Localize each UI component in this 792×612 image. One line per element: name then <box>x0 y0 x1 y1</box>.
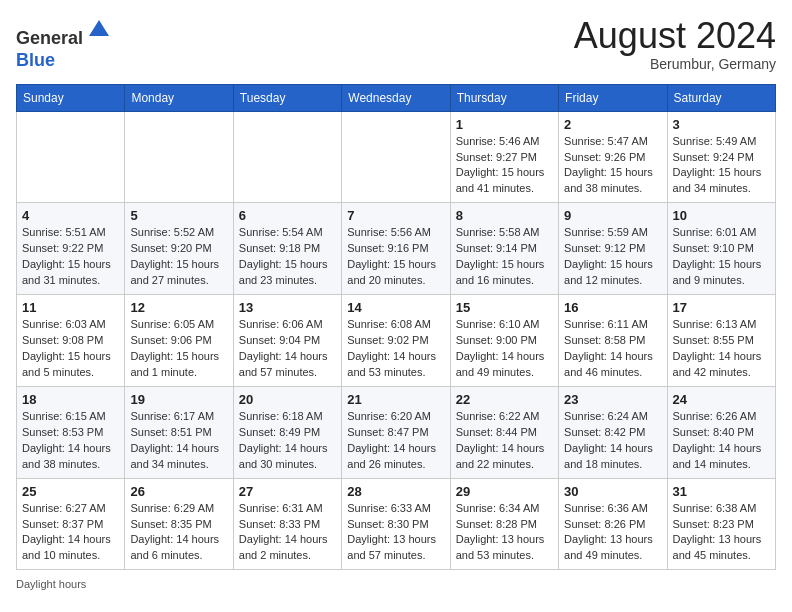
calendar-cell: 17Sunrise: 6:13 AM Sunset: 8:55 PM Dayli… <box>667 295 775 387</box>
col-header-thursday: Thursday <box>450 84 558 111</box>
day-info: Sunrise: 6:11 AM Sunset: 8:58 PM Dayligh… <box>564 317 661 381</box>
day-number: 30 <box>564 484 661 499</box>
day-number: 4 <box>22 208 119 223</box>
day-number: 24 <box>673 392 770 407</box>
day-number: 26 <box>130 484 227 499</box>
day-info: Sunrise: 6:31 AM Sunset: 8:33 PM Dayligh… <box>239 501 336 565</box>
day-info: Sunrise: 6:03 AM Sunset: 9:08 PM Dayligh… <box>22 317 119 381</box>
calendar-cell: 14Sunrise: 6:08 AM Sunset: 9:02 PM Dayli… <box>342 295 450 387</box>
daylight-label: Daylight hours <box>16 578 86 590</box>
day-number: 25 <box>22 484 119 499</box>
day-info: Sunrise: 6:13 AM Sunset: 8:55 PM Dayligh… <box>673 317 770 381</box>
calendar-cell: 16Sunrise: 6:11 AM Sunset: 8:58 PM Dayli… <box>559 295 667 387</box>
calendar-cell <box>17 111 125 203</box>
calendar-cell <box>125 111 233 203</box>
day-info: Sunrise: 6:24 AM Sunset: 8:42 PM Dayligh… <box>564 409 661 473</box>
month-year-title: August 2024 <box>574 16 776 56</box>
day-info: Sunrise: 6:29 AM Sunset: 8:35 PM Dayligh… <box>130 501 227 565</box>
day-number: 29 <box>456 484 553 499</box>
day-number: 18 <box>22 392 119 407</box>
day-number: 6 <box>239 208 336 223</box>
calendar-cell: 6Sunrise: 5:54 AM Sunset: 9:18 PM Daylig… <box>233 203 341 295</box>
calendar-cell: 2Sunrise: 5:47 AM Sunset: 9:26 PM Daylig… <box>559 111 667 203</box>
col-header-tuesday: Tuesday <box>233 84 341 111</box>
calendar-cell: 9Sunrise: 5:59 AM Sunset: 9:12 PM Daylig… <box>559 203 667 295</box>
day-info: Sunrise: 6:20 AM Sunset: 8:47 PM Dayligh… <box>347 409 444 473</box>
day-number: 28 <box>347 484 444 499</box>
day-info: Sunrise: 5:56 AM Sunset: 9:16 PM Dayligh… <box>347 225 444 289</box>
col-header-saturday: Saturday <box>667 84 775 111</box>
calendar-cell: 24Sunrise: 6:26 AM Sunset: 8:40 PM Dayli… <box>667 386 775 478</box>
calendar-cell: 5Sunrise: 5:52 AM Sunset: 9:20 PM Daylig… <box>125 203 233 295</box>
day-number: 1 <box>456 117 553 132</box>
calendar-cell: 25Sunrise: 6:27 AM Sunset: 8:37 PM Dayli… <box>17 478 125 570</box>
calendar-cell: 12Sunrise: 6:05 AM Sunset: 9:06 PM Dayli… <box>125 295 233 387</box>
col-header-wednesday: Wednesday <box>342 84 450 111</box>
calendar-cell: 15Sunrise: 6:10 AM Sunset: 9:00 PM Dayli… <box>450 295 558 387</box>
calendar-cell: 30Sunrise: 6:36 AM Sunset: 8:26 PM Dayli… <box>559 478 667 570</box>
day-info: Sunrise: 5:49 AM Sunset: 9:24 PM Dayligh… <box>673 134 770 198</box>
calendar-cell: 4Sunrise: 5:51 AM Sunset: 9:22 PM Daylig… <box>17 203 125 295</box>
calendar-cell: 31Sunrise: 6:38 AM Sunset: 8:23 PM Dayli… <box>667 478 775 570</box>
day-number: 3 <box>673 117 770 132</box>
day-info: Sunrise: 6:15 AM Sunset: 8:53 PM Dayligh… <box>22 409 119 473</box>
page-header: General Blue August 2024 Berumbur, Germa… <box>16 16 776 72</box>
calendar-cell: 10Sunrise: 6:01 AM Sunset: 9:10 PM Dayli… <box>667 203 775 295</box>
logo-general: General <box>16 28 83 48</box>
day-number: 10 <box>673 208 770 223</box>
calendar-cell: 23Sunrise: 6:24 AM Sunset: 8:42 PM Dayli… <box>559 386 667 478</box>
calendar-cell: 20Sunrise: 6:18 AM Sunset: 8:49 PM Dayli… <box>233 386 341 478</box>
calendar-cell: 26Sunrise: 6:29 AM Sunset: 8:35 PM Dayli… <box>125 478 233 570</box>
col-header-friday: Friday <box>559 84 667 111</box>
location-subtitle: Berumbur, Germany <box>574 56 776 72</box>
day-number: 8 <box>456 208 553 223</box>
day-info: Sunrise: 6:26 AM Sunset: 8:40 PM Dayligh… <box>673 409 770 473</box>
day-number: 22 <box>456 392 553 407</box>
logo: General Blue <box>16 16 113 71</box>
calendar-week-5: 25Sunrise: 6:27 AM Sunset: 8:37 PM Dayli… <box>17 478 776 570</box>
day-info: Sunrise: 6:33 AM Sunset: 8:30 PM Dayligh… <box>347 501 444 565</box>
calendar-cell: 13Sunrise: 6:06 AM Sunset: 9:04 PM Dayli… <box>233 295 341 387</box>
day-number: 11 <box>22 300 119 315</box>
day-info: Sunrise: 6:18 AM Sunset: 8:49 PM Dayligh… <box>239 409 336 473</box>
day-info: Sunrise: 5:54 AM Sunset: 9:18 PM Dayligh… <box>239 225 336 289</box>
day-info: Sunrise: 6:05 AM Sunset: 9:06 PM Dayligh… <box>130 317 227 381</box>
calendar-header-row: SundayMondayTuesdayWednesdayThursdayFrid… <box>17 84 776 111</box>
day-number: 2 <box>564 117 661 132</box>
day-number: 16 <box>564 300 661 315</box>
day-info: Sunrise: 6:08 AM Sunset: 9:02 PM Dayligh… <box>347 317 444 381</box>
calendar-cell: 19Sunrise: 6:17 AM Sunset: 8:51 PM Dayli… <box>125 386 233 478</box>
day-info: Sunrise: 5:58 AM Sunset: 9:14 PM Dayligh… <box>456 225 553 289</box>
calendar-week-2: 4Sunrise: 5:51 AM Sunset: 9:22 PM Daylig… <box>17 203 776 295</box>
col-header-monday: Monday <box>125 84 233 111</box>
day-number: 21 <box>347 392 444 407</box>
calendar-week-4: 18Sunrise: 6:15 AM Sunset: 8:53 PM Dayli… <box>17 386 776 478</box>
day-info: Sunrise: 5:47 AM Sunset: 9:26 PM Dayligh… <box>564 134 661 198</box>
day-number: 15 <box>456 300 553 315</box>
calendar-cell: 28Sunrise: 6:33 AM Sunset: 8:30 PM Dayli… <box>342 478 450 570</box>
day-number: 27 <box>239 484 336 499</box>
calendar-cell: 29Sunrise: 6:34 AM Sunset: 8:28 PM Dayli… <box>450 478 558 570</box>
calendar-cell: 8Sunrise: 5:58 AM Sunset: 9:14 PM Daylig… <box>450 203 558 295</box>
day-number: 9 <box>564 208 661 223</box>
calendar-cell: 7Sunrise: 5:56 AM Sunset: 9:16 PM Daylig… <box>342 203 450 295</box>
calendar-cell: 21Sunrise: 6:20 AM Sunset: 8:47 PM Dayli… <box>342 386 450 478</box>
calendar-cell: 22Sunrise: 6:22 AM Sunset: 8:44 PM Dayli… <box>450 386 558 478</box>
day-info: Sunrise: 6:17 AM Sunset: 8:51 PM Dayligh… <box>130 409 227 473</box>
day-info: Sunrise: 6:22 AM Sunset: 8:44 PM Dayligh… <box>456 409 553 473</box>
calendar-week-3: 11Sunrise: 6:03 AM Sunset: 9:08 PM Dayli… <box>17 295 776 387</box>
day-number: 31 <box>673 484 770 499</box>
calendar-week-1: 1Sunrise: 5:46 AM Sunset: 9:27 PM Daylig… <box>17 111 776 203</box>
day-info: Sunrise: 6:01 AM Sunset: 9:10 PM Dayligh… <box>673 225 770 289</box>
day-number: 14 <box>347 300 444 315</box>
day-number: 13 <box>239 300 336 315</box>
day-info: Sunrise: 5:52 AM Sunset: 9:20 PM Dayligh… <box>130 225 227 289</box>
calendar-cell: 1Sunrise: 5:46 AM Sunset: 9:27 PM Daylig… <box>450 111 558 203</box>
day-info: Sunrise: 6:06 AM Sunset: 9:04 PM Dayligh… <box>239 317 336 381</box>
day-info: Sunrise: 6:27 AM Sunset: 8:37 PM Dayligh… <box>22 501 119 565</box>
calendar-cell: 18Sunrise: 6:15 AM Sunset: 8:53 PM Dayli… <box>17 386 125 478</box>
day-number: 5 <box>130 208 227 223</box>
day-number: 19 <box>130 392 227 407</box>
day-info: Sunrise: 5:59 AM Sunset: 9:12 PM Dayligh… <box>564 225 661 289</box>
svg-marker-0 <box>89 20 109 36</box>
